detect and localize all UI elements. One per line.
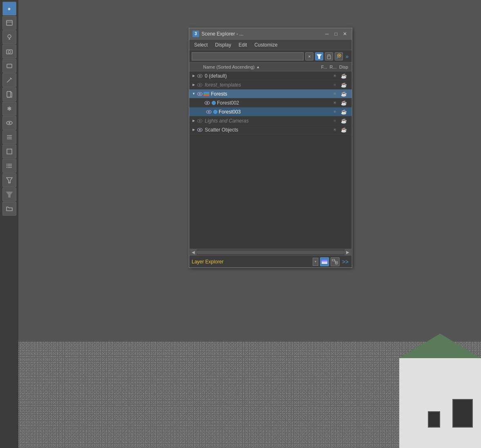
search-more-btn[interactable]: »: [345, 53, 349, 60]
toolbar-shape-btn[interactable]: [2, 59, 16, 73]
render-icon[interactable]: ☕: [340, 73, 348, 79]
explorer-dropdown-btn[interactable]: ▾: [313, 258, 318, 266]
svg-rect-22: [7, 167, 7, 168]
menu-display[interactable]: Display: [212, 41, 234, 49]
column-headers: Name (Sorted Ascending) ▲ F... R... Disp: [189, 62, 352, 71]
tree-row[interactable]: ▶ Lights and Cameras ✳ ☕: [189, 116, 352, 125]
svg-line-31: [337, 57, 338, 58]
svg-rect-54: [336, 263, 338, 264]
close-button[interactable]: ✕: [341, 30, 349, 38]
freeze-icon[interactable]: ✳: [330, 91, 340, 96]
svg-point-12: [9, 122, 10, 124]
bottom-more-btn[interactable]: >>: [341, 259, 349, 265]
expand-icon[interactable]: ▶: [191, 82, 197, 88]
toolbar-pencil-btn[interactable]: [2, 73, 16, 87]
row-label: Forest002: [217, 100, 330, 106]
render-icon[interactable]: ☕: [340, 127, 348, 133]
menu-customize[interactable]: Customize: [251, 41, 281, 49]
render-icon[interactable]: ☕: [340, 109, 348, 115]
window-title: Scene Explorer - ...: [201, 31, 321, 37]
svg-rect-51: [322, 260, 327, 261]
render-icon[interactable]: ☕: [340, 118, 348, 124]
eye-icon[interactable]: [197, 91, 203, 97]
freeze-icon[interactable]: ✳: [330, 109, 340, 114]
toolbar-list-btn[interactable]: [2, 130, 16, 144]
render-icon[interactable]: ☕: [340, 82, 348, 88]
object-dot: [213, 110, 217, 114]
row-label: Forests: [211, 91, 330, 97]
svg-rect-20: [7, 164, 7, 165]
col-f-header[interactable]: F...: [319, 65, 329, 69]
toolbar-list2-btn[interactable]: [2, 159, 16, 173]
toolbar-camera-btn[interactable]: [2, 45, 16, 58]
svg-rect-40: [204, 92, 209, 94]
toolbar-freeze-btn[interactable]: ❄: [2, 102, 16, 116]
search-clear-btn[interactable]: ×: [305, 52, 313, 60]
search-add-btn[interactable]: [335, 52, 343, 60]
toolbar-filter2-btn[interactable]: [2, 187, 16, 201]
toolbar-light-btn[interactable]: [2, 30, 16, 44]
scroll-left-btn[interactable]: ◀: [190, 249, 197, 256]
freeze-icon[interactable]: ✳: [330, 74, 340, 78]
expand-icon[interactable]: ▶: [191, 127, 197, 133]
col-name-header[interactable]: Name (Sorted Ascending) ▲: [203, 65, 319, 69]
house-roof: [399, 334, 481, 358]
eye-icon[interactable]: [197, 82, 203, 88]
horizontal-scrollbar[interactable]: ◀ ▶: [189, 249, 352, 255]
scroll-right-btn[interactable]: ▶: [345, 249, 351, 256]
toolbar-scene-btn[interactable]: [2, 16, 16, 30]
toolbar-folder-btn[interactable]: [2, 202, 16, 216]
menu-select[interactable]: Select: [191, 41, 211, 49]
tree-row[interactable]: Forest002 ✳ ☕: [189, 98, 352, 107]
tree-row[interactable]: Forest003 ✳ ☕: [189, 107, 352, 116]
expand-icon[interactable]: ▼: [191, 91, 197, 97]
toolbar-filter1-btn[interactable]: [2, 173, 16, 187]
render-icon[interactable]: ☕: [340, 100, 348, 106]
search-lock-btn[interactable]: [325, 52, 333, 60]
toolbar-file-btn[interactable]: [2, 87, 16, 101]
row-label: forest_templates: [205, 82, 330, 88]
maximize-button[interactable]: □: [332, 30, 340, 38]
toolbar-sphere-btn[interactable]: ●: [2, 2, 16, 16]
freeze-icon[interactable]: ✳: [330, 82, 340, 87]
layer-view-btn[interactable]: [320, 257, 329, 266]
svg-rect-0: [7, 20, 12, 25]
tree-row[interactable]: ▶ 0 (default) ✳ ☕: [189, 71, 352, 80]
search-filter-btn[interactable]: [315, 52, 323, 60]
eye-icon[interactable]: [197, 127, 203, 133]
house: [399, 334, 481, 448]
freeze-icon[interactable]: ✳: [330, 100, 340, 105]
freeze-icon[interactable]: ✳: [330, 127, 340, 132]
hierarchy-view-btn[interactable]: [331, 257, 340, 266]
tree-row[interactable]: ▶ Scatter Objects ✳ ☕: [189, 125, 352, 134]
freeze-icon[interactable]: ✳: [330, 118, 340, 123]
eye-icon[interactable]: [197, 118, 203, 124]
scroll-track[interactable]: [197, 251, 345, 254]
minimize-button[interactable]: ─: [323, 30, 331, 38]
menu-edit[interactable]: Edit: [235, 41, 251, 49]
toolbar-eye-btn[interactable]: [2, 116, 16, 130]
expand-icon[interactable]: ▶: [191, 118, 197, 124]
svg-point-42: [206, 102, 208, 104]
svg-rect-52: [332, 259, 335, 261]
svg-point-33: [199, 75, 201, 77]
expand-icon[interactable]: ▶: [191, 73, 197, 79]
tree-row[interactable]: ▶ forest_templates ✳ ☕: [189, 80, 352, 89]
house-window-2: [428, 411, 440, 428]
eye-icon[interactable]: [204, 100, 210, 106]
eye-icon[interactable]: [197, 73, 203, 79]
toolbar-rect-btn[interactable]: [2, 145, 16, 158]
search-input[interactable]: [192, 52, 304, 60]
svg-rect-27: [327, 56, 331, 59]
row-label: Forest003: [219, 109, 330, 115]
col-disp-header[interactable]: Disp: [337, 65, 350, 69]
search-bar: × »: [189, 50, 352, 62]
eye-icon[interactable]: [206, 109, 212, 115]
svg-point-6: [8, 51, 11, 53]
tree-content: ▶ 0 (default) ✳ ☕ ▶ forest_templates ✳ ☕…: [189, 71, 352, 249]
col-r-header[interactable]: R...: [329, 65, 337, 69]
render-icon[interactable]: ☕: [340, 91, 348, 97]
svg-rect-10: [7, 91, 11, 97]
tree-row[interactable]: ▼ Forests ✳ ☕: [189, 89, 352, 98]
row-label: 0 (default): [205, 73, 330, 79]
